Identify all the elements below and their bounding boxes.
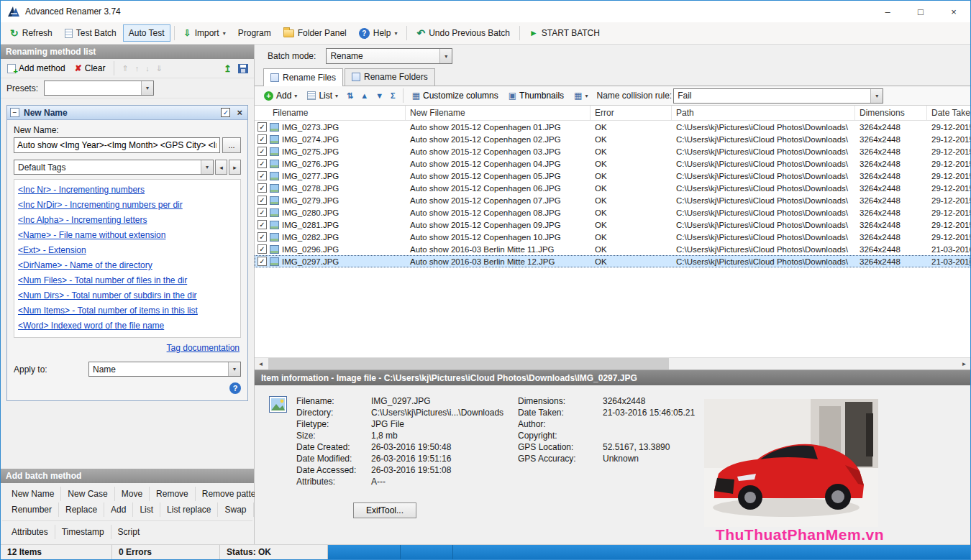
batch-method-button[interactable]: Replace [59, 502, 104, 517]
reorder-files-button[interactable]: ⇅ [344, 89, 356, 103]
add-method-button[interactable]: Add method [4, 61, 69, 75]
column-header[interactable]: Path [672, 106, 855, 120]
table-row[interactable]: ✓IMG_0274.JPGAuto show 2015-12 Copenhage… [255, 133, 970, 145]
tag-page-next-button[interactable]: ▸ [229, 160, 241, 175]
row-checkbox[interactable]: ✓ [257, 196, 267, 205]
method-help-icon[interactable]: ? [229, 382, 241, 394]
row-checkbox[interactable]: ✓ [257, 232, 267, 242]
batch-method-button[interactable]: Move [115, 487, 150, 501]
batch-method-button[interactable]: Script [111, 525, 147, 539]
collapse-method-button[interactable]: − [10, 108, 19, 117]
test-batch-button[interactable]: Test Batch [59, 24, 122, 42]
remove-method-button[interactable]: × [234, 107, 245, 118]
row-checkbox[interactable]: ✓ [257, 208, 267, 217]
table-row[interactable]: ✓IMG_0280.JPGAuto show 2015-12 Copenhage… [255, 206, 970, 219]
table-row[interactable]: ✓IMG_0273.JPGAuto show 2015-12 Copenhage… [255, 121, 970, 133]
clear-methods-button[interactable]: ✘ Clear [71, 61, 109, 75]
column-header[interactable]: Dimensions [855, 106, 927, 120]
table-row[interactable]: ✓IMG_0278.JPGAuto show 2015-12 Copenhage… [255, 182, 970, 194]
row-checkbox[interactable]: ✓ [257, 122, 267, 132]
tag-link[interactable]: <Num Files> - Total number of files in t… [18, 275, 187, 285]
table-row[interactable]: ✓IMG_0275.JPGAuto show 2015-12 Copenhage… [255, 145, 970, 157]
batch-method-button[interactable]: Add [104, 502, 133, 517]
refresh-button[interactable]: ↻ Refresh [4, 24, 58, 42]
table-row[interactable]: ✓IMG_0297.JPGAuto show 2016-03 Berlin Mi… [255, 255, 970, 267]
table-row[interactable]: ✓IMG_0296.JPGAuto show 2016-03 Berlin Mi… [255, 243, 970, 255]
row-checkbox[interactable]: ✓ [257, 183, 267, 193]
help-button[interactable]: ? Help ▾ [353, 24, 404, 42]
customize-columns-button[interactable]: ▦ Customize columns [408, 88, 503, 103]
list-button[interactable]: List ▾ [303, 88, 342, 103]
minimize-button[interactable]: – [871, 1, 904, 22]
column-header[interactable]: Error [591, 106, 672, 120]
tag-link[interactable]: <Num Items> - Total number of items in t… [18, 306, 198, 316]
move-method-up-button[interactable]: ↑ [133, 63, 142, 74]
row-checkbox[interactable]: ✓ [257, 134, 267, 144]
tag-link[interactable]: <DirName> - Name of the directory [18, 260, 152, 270]
row-checkbox[interactable]: ✓ [257, 159, 267, 168]
table-row[interactable]: ✓IMG_0276.JPGAuto show 2015-12 Copenhage… [255, 157, 970, 170]
pattern-browse-button[interactable]: ... [222, 137, 241, 153]
auto-test-button[interactable]: Auto Test [123, 24, 170, 42]
tag-link[interactable]: <Inc Nr> - Incrementing numbers [18, 185, 145, 195]
batch-method-button[interactable]: Remove [150, 487, 196, 501]
move-method-bottom-button[interactable]: ⇓ [154, 63, 165, 75]
row-checkbox[interactable]: ✓ [257, 147, 267, 156]
table-row[interactable]: ✓IMG_0281.JPGAuto show 2015-12 Copenhage… [255, 219, 970, 231]
batch-method-button[interactable]: Timestamp [55, 525, 111, 539]
apply-to-dropdown[interactable]: Name ▾ [88, 362, 241, 377]
new-name-input[interactable] [14, 137, 220, 153]
move-method-down-button[interactable]: ↓ [143, 63, 152, 74]
batch-method-button[interactable]: List [133, 502, 160, 517]
save-preset-button[interactable] [238, 64, 248, 73]
view-options-button[interactable]: ▦ ▾ [570, 88, 592, 103]
tab-rename-folders[interactable]: Rename Folders [345, 68, 435, 86]
horizontal-scrollbar[interactable]: ◄ ► [255, 357, 970, 369]
batch-method-button[interactable]: New Case [61, 487, 114, 501]
tag-category-dropdown[interactable]: Default Tags ▾ [14, 160, 214, 175]
load-preset-button[interactable]: ↥ [221, 62, 234, 75]
batch-method-button[interactable]: New Name [5, 487, 61, 501]
tag-link[interactable]: <Inc Alpha> - Incrementing letters [18, 215, 147, 225]
row-checkbox[interactable]: ✓ [257, 257, 267, 266]
batch-method-button[interactable]: Swap [218, 502, 253, 517]
tag-link[interactable]: <Word> Indexed word of the file name [18, 321, 164, 331]
tag-link[interactable]: <Name> - File name without extension [18, 230, 165, 240]
scroll-right-arrow[interactable]: ► [958, 358, 970, 369]
thumbnails-button[interactable]: ▣ Thumbnails [504, 88, 568, 103]
table-row[interactable]: ✓IMG_0279.JPGAuto show 2015-12 Copenhage… [255, 194, 970, 206]
tag-link[interactable]: <Num Dirs> - Total number of subdirs in … [18, 290, 197, 300]
tag-documentation-link[interactable]: Tag documentation [167, 343, 240, 353]
close-button[interactable]: × [937, 1, 970, 22]
method-enabled-checkbox[interactable]: ✓ [221, 108, 230, 117]
exiftool-button[interactable]: ExifTool... [353, 502, 416, 518]
batch-method-button[interactable]: Attributes [5, 525, 55, 539]
table-row[interactable]: ✓IMG_0282.JPGAuto show 2015-12 Copenhage… [255, 231, 970, 243]
presets-dropdown[interactable]: ▾ [44, 81, 154, 96]
undo-previous-batch-button[interactable]: ↶ Undo Previous Batch [411, 24, 515, 42]
import-button[interactable]: ⇩ Import ▾ [178, 24, 232, 42]
move-method-top-button[interactable]: ⇑ [119, 63, 130, 75]
tag-link[interactable]: <Ext> - Extension [18, 245, 86, 255]
batch-method-button[interactable]: Renumber [5, 502, 59, 517]
row-checkbox[interactable]: ✓ [257, 171, 267, 180]
sort-descending-button[interactable]: ▼ [373, 89, 386, 102]
program-button[interactable]: Program [232, 24, 277, 42]
column-header[interactable]: New Filename [406, 106, 591, 120]
column-header[interactable]: Date Taken [927, 106, 970, 120]
tag-page-prev-button[interactable]: ◂ [215, 160, 227, 175]
name-collision-rule-dropdown[interactable]: Fail ▾ [673, 88, 883, 104]
scroll-left-arrow[interactable]: ◄ [255, 358, 267, 369]
tab-rename-files[interactable]: Rename Files [263, 68, 343, 86]
batch-method-button[interactable]: List replace [160, 502, 218, 517]
tag-link[interactable]: <Inc NrDir> - Incrementing numbers per d… [18, 200, 183, 210]
auto-sort-button[interactable]: Σ [388, 89, 398, 102]
scrollbar-thumb[interactable] [268, 358, 669, 369]
maximize-button[interactable]: □ [904, 1, 937, 22]
column-header[interactable]: Filename [255, 106, 406, 120]
batch-mode-dropdown[interactable]: Rename ▾ [326, 48, 452, 64]
row-checkbox[interactable]: ✓ [257, 220, 267, 229]
start-batch-button[interactable]: ► START BATCH [524, 24, 606, 42]
row-checkbox[interactable]: ✓ [257, 244, 267, 254]
table-row[interactable]: ✓IMG_0277.JPGAuto show 2015-12 Copenhage… [255, 170, 970, 182]
